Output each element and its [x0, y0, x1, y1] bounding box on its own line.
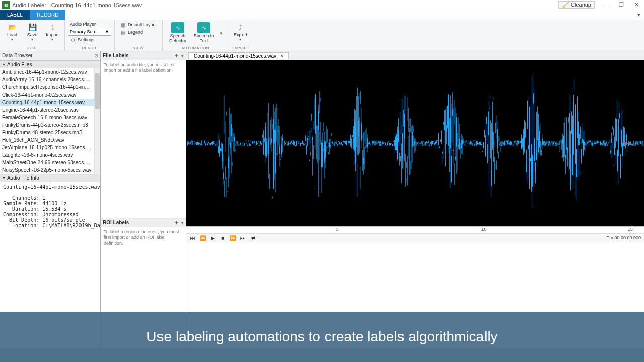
stop-button[interactable]: ■ [219, 234, 226, 241]
audio-files-header[interactable]: ▼ Audio Files [0, 60, 100, 68]
group-label-file: FILE [3, 46, 61, 51]
document-tabs: Counting-16-44p1-mono-15secs.wav × [186, 51, 644, 60]
shuffle-button[interactable]: ⇄ [250, 234, 257, 241]
file-list-item[interactable]: ChurchImpulseResponse-16-44p1-mono-5secs… [0, 83, 94, 91]
time-axis: 51015 [186, 226, 644, 233]
ribbon-group-export: ⤴ Export ▼ EXPORT [228, 20, 253, 51]
audio-files-list: Ambiance-16-44p1-mono-12secs.wavAudioArr… [0, 68, 100, 174]
scrollbar-thumb[interactable] [95, 73, 100, 109]
file-list-item[interactable]: Counting-16-44p1-mono-15secs.wav [0, 99, 94, 106]
file-labels-header: File Labels ＋ ▾ [101, 51, 186, 60]
tab-label[interactable]: LABEL [0, 10, 30, 20]
time-tick: 10 [481, 227, 486, 232]
caret-down-icon: ▼ [2, 176, 6, 180]
audio-player-label: Audio Player [68, 21, 111, 27]
legend-button[interactable]: ▤ Legend [118, 29, 159, 36]
ribbon-group-automation: ∿ Speech Detector ∿ Speech to Text ▼ AUT… [163, 20, 228, 51]
load-label: Load [7, 33, 17, 38]
time-tick: 5 [336, 227, 339, 232]
cleanup-label: Cleanup [571, 2, 591, 8]
document-tab[interactable]: Counting-16-44p1-mono-15secs.wav × [188, 52, 289, 59]
export-label: Export [234, 33, 247, 38]
import-button[interactable]: ⤵ Import ▼ [43, 21, 61, 41]
file-list-item[interactable]: Engine-16-44p1-stereo-20sec.wav [0, 106, 94, 114]
panel-options-icon[interactable]: ⊙ [94, 53, 98, 58]
help-button[interactable]: ▾ [634, 10, 644, 20]
add-file-label-button[interactable]: ＋ [174, 52, 179, 59]
file-labels-menu-button[interactable]: ▾ [181, 53, 184, 58]
settings-label: Settings [78, 37, 95, 42]
automation-more-button[interactable]: ▼ [218, 21, 225, 36]
ribbon-group-view: ▦ Default Layout ▤ Legend VIEW [115, 20, 163, 51]
save-button[interactable]: 💾 Save ▼ [23, 21, 41, 41]
close-tab-icon[interactable]: × [280, 53, 283, 59]
file-list-item[interactable]: Click-16-44p1-mono-0.2secs.wav [0, 91, 94, 99]
file-list-item[interactable]: AudioArray-16-16-4channels-20secs.wav [0, 76, 94, 83]
default-layout-button[interactable]: ▦ Default Layout [118, 21, 159, 28]
group-label-automation: AUTOMATION [166, 46, 225, 51]
audio-player-selected: Primary Sou... [70, 29, 99, 34]
legend-label: Legend [128, 30, 143, 35]
file-list-item[interactable]: MainStreetOne-24-96-stereo-63secs.wav [0, 159, 94, 166]
close-button[interactable]: ✕ [629, 0, 644, 10]
export-icon: ⤴ [235, 22, 246, 32]
roi-labels-title: ROI Labels [103, 220, 129, 225]
skip-start-button[interactable]: ⏮ [189, 234, 196, 241]
file-list-item[interactable]: FunkyDrums-48-stereo-25secs.mp3 [0, 129, 94, 136]
audio-file-info-header[interactable]: ▼ Audio File Info [0, 174, 100, 182]
import-label: Import [46, 33, 59, 38]
data-browser-panel: Data Browser ⊙ ▼ Audio Files Ambiance-16… [0, 51, 101, 347]
title-bar: ▦ Audio Labeler - Counting-16-44p1-mono-… [0, 0, 644, 10]
minimize-button[interactable]: — [599, 0, 614, 10]
caption-banner: Use labeling automations to create label… [0, 312, 644, 362]
speech-detector-button[interactable]: ∿ Speech Detector [166, 21, 190, 44]
file-list-item[interactable]: FemaleSpeech-16-8-mono-3secs.wav [0, 114, 94, 121]
caret-down-icon: ▼ [2, 63, 6, 66]
file-list-item[interactable]: Heli_16ch_ACN_SN3D.wav [0, 136, 94, 144]
speech-to-text-button[interactable]: ∿ Speech to Text [192, 21, 216, 44]
scrollbar[interactable] [94, 68, 100, 174]
save-label: Save [27, 33, 38, 38]
legend-icon: ▤ [120, 29, 126, 35]
roi-labels-menu-button[interactable]: ▾ [181, 220, 184, 225]
settings-button[interactable]: ⚙ Settings [68, 36, 111, 43]
document-tab-label: Counting-16-44p1-mono-15secs.wav [194, 53, 276, 59]
data-browser-title: Data Browser [2, 53, 33, 58]
data-browser-header: Data Browser ⊙ [0, 51, 100, 60]
play-button[interactable]: ▶ [209, 234, 216, 241]
rewind-button[interactable]: ⏪ [199, 234, 206, 241]
maximize-button[interactable]: ❐ [614, 0, 629, 10]
audio-player-dropdown[interactable]: Primary Sou...▼ [68, 28, 111, 36]
speech-to-text-label: Speech to Text [192, 34, 216, 44]
labels-column: File Labels ＋ ▾ To label an audio file, … [101, 51, 186, 347]
timecode: T = 00:00:00.000 [607, 235, 641, 240]
group-label-export: EXPORT [231, 46, 250, 51]
skip-end-button[interactable]: ⏭ [239, 234, 247, 241]
waveform-display[interactable] [186, 60, 644, 226]
layout-icon: ▦ [120, 22, 126, 28]
file-list-item[interactable]: JetAirplane-16-11p025-mono-16secs.wav [0, 144, 94, 151]
time-tick: 15 [628, 227, 633, 232]
speech-detector-label: Speech Detector [166, 34, 190, 44]
add-roi-label-button[interactable]: ＋ [174, 219, 179, 226]
load-button[interactable]: 📂 Load ▼ [3, 21, 21, 41]
fast-forward-button[interactable]: ⏩ [229, 234, 236, 241]
ribbon: 📂 Load ▼ 💾 Save ▼ ⤵ Import ▼ FILE Audio … [0, 20, 644, 51]
export-button[interactable]: ⤴ Export ▼ [231, 21, 250, 41]
caption-text: Use labeling automations to create label… [146, 329, 497, 345]
file-list-item[interactable]: Laughter-16-8-mono-4secs.wav [0, 151, 94, 159]
ribbon-group-device: Audio Player Primary Sou...▼ ⚙ Settings … [65, 20, 115, 51]
file-list-item[interactable]: Ambiance-16-44p1-mono-12secs.wav [0, 68, 94, 76]
file-labels-panel: File Labels ＋ ▾ To label an audio file, … [101, 51, 186, 218]
group-label-device: DEVICE [68, 46, 111, 51]
speech-detector-icon: ∿ [171, 22, 184, 33]
app-icon: ▦ [2, 1, 10, 9]
file-labels-hint: To label an audio file, you must first i… [101, 60, 186, 76]
roi-labels-hint: To label a region of interest, you must … [101, 227, 186, 248]
cleanup-button[interactable]: 🧹 Cleanup [558, 1, 595, 9]
file-list-item[interactable]: FunkyDrums-44p1-stereo-25secs.mp3 [0, 121, 94, 129]
toolstrip-tabs: LABEL RECORD ▾ [0, 10, 644, 20]
file-list-item[interactable]: NoisySpeech-16-22p5-mono-5secs.wav [0, 166, 94, 174]
transport-bar: ⏮ ⏪ ▶ ■ ⏩ ⏭ ⇄ T = 00:00:00.000 [186, 233, 644, 242]
tab-record[interactable]: RECORD [30, 10, 65, 20]
